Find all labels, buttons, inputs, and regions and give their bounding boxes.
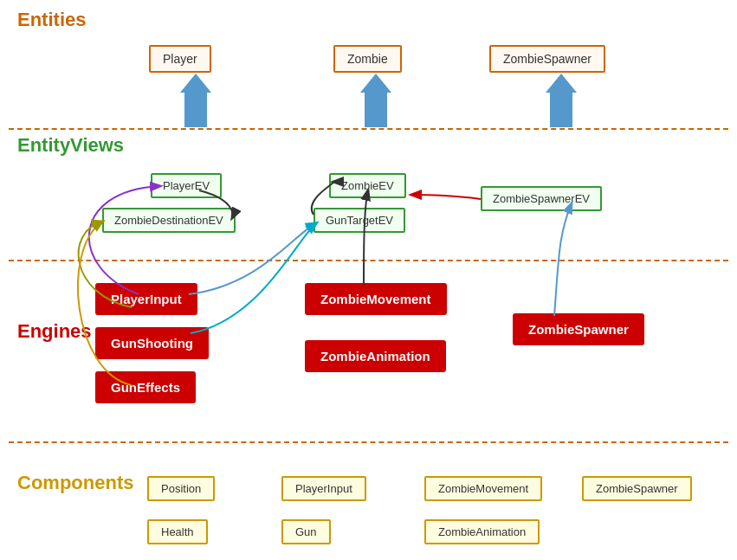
separator-3 — [9, 441, 728, 443]
engine-gunshooting: GunShooting — [95, 327, 209, 359]
engine-zombiespawner: ZombieSpawner — [513, 313, 644, 345]
arrow-zombieev-zombie — [360, 74, 391, 127]
engine-guneffects: GunEffects — [95, 371, 196, 403]
arrow-playerinput-guntargetev — [189, 223, 316, 294]
section-entities: Entities — [17, 9, 86, 31]
component-gun: Gun — [281, 519, 331, 544]
component-playerinput: PlayerInput — [281, 476, 366, 501]
ev-zombiedestinationev: ZombieDestinationEV — [102, 208, 236, 233]
arrow-zombiemovement-zombieev — [364, 190, 368, 286]
arrow-playerev-player — [180, 74, 211, 127]
component-zombiemovement: ZombieMovement — [424, 476, 542, 501]
section-engines: Engines — [17, 320, 92, 343]
ev-zombieev: ZombieEV — [329, 173, 406, 198]
entity-player: Player — [149, 45, 211, 73]
component-position: Position — [147, 476, 215, 501]
engine-zombieanimation: ZombieAnimation — [305, 340, 446, 372]
arrow-playerinput-playerev — [89, 186, 160, 294]
arrow-gunshooting-guntargetev — [191, 223, 316, 333]
separator-1 — [9, 128, 728, 130]
component-zombiespawner: ZombieSpawner — [582, 476, 692, 501]
arrow-zombiespawnerev-red — [411, 195, 481, 199]
section-entityviews: EntityViews — [17, 134, 124, 157]
section-components: Components — [17, 472, 133, 494]
entity-zombie: Zombie — [333, 45, 402, 73]
component-health: Health — [147, 519, 208, 544]
ev-zombiespawnerev: ZombieSpawnerEV — [481, 186, 602, 211]
component-zombieanimation: ZombieAnimation — [424, 519, 540, 544]
engine-zombiemovement: ZombieMovement — [305, 283, 447, 315]
entity-zombiespawner: ZombieSpawner — [489, 45, 605, 73]
separator-2 — [9, 260, 728, 261]
diagram: Entities EntityViews Engines Components … — [0, 0, 737, 560]
ev-playerev: PlayerEV — [151, 173, 222, 198]
ev-guntargetev: GunTargetEV — [314, 208, 405, 233]
engine-playerinput: PlayerInput — [95, 283, 197, 315]
arrow-zombiespawnerev-zombiespawner — [546, 74, 577, 127]
